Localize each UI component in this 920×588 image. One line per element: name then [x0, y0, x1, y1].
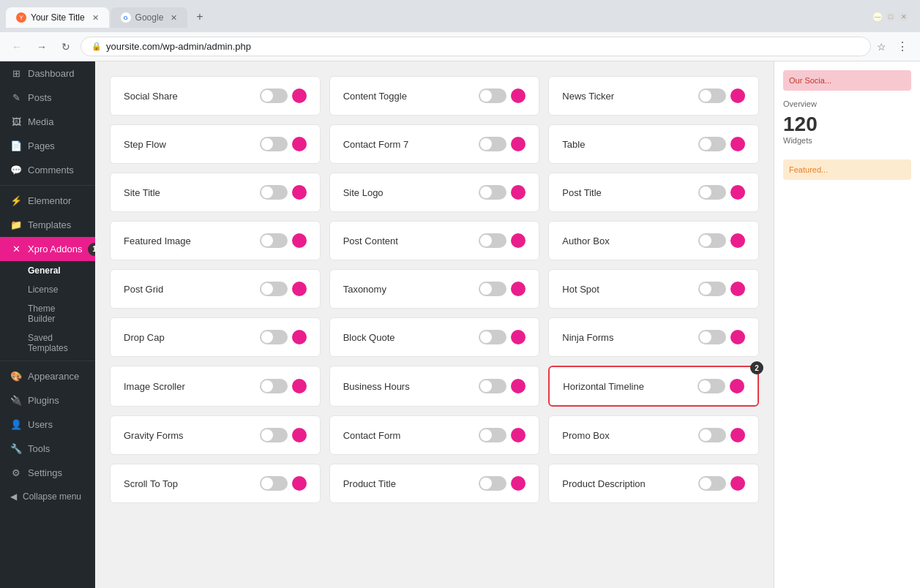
tab-site-close[interactable]: ✕ — [92, 13, 99, 23]
browser-maximize-btn[interactable]: □ — [886, 12, 895, 21]
toggle-drop-cap[interactable] — [260, 330, 288, 344]
toggle-wrap-promo-box — [698, 428, 745, 442]
sidebar-item-appearance[interactable]: 🎨 Appearance — [0, 364, 95, 388]
browser-minimize-btn[interactable]: — — [873, 12, 882, 21]
widget-name-scroll-to-top: Scroll To Top — [124, 478, 178, 489]
bookmark-button[interactable]: ☆ — [877, 41, 886, 53]
sidebar-item-tools[interactable]: 🔧 Tools — [0, 437, 95, 461]
widget-card-table: Table — [548, 124, 759, 164]
toggle-business-hours[interactable] — [479, 379, 506, 393]
widget-name-post-title: Post Title — [562, 187, 601, 198]
toggle-taxonomy[interactable] — [479, 282, 506, 296]
widget-name-content-toggle: Content Toggle — [343, 91, 407, 102]
toggle-contact-form[interactable] — [479, 428, 506, 442]
widget-name-drop-cap: Drop Cap — [124, 332, 165, 343]
sidebar-sub-license[interactable]: License — [9, 280, 95, 299]
widget-name-site-logo: Site Logo — [343, 187, 384, 198]
sidebar-item-pages[interactable]: 📄 Pages — [0, 134, 95, 158]
pages-icon: 📄 — [10, 140, 22, 151]
toggle-ninja-forms[interactable] — [698, 330, 726, 344]
annotation-marker-1: 1 — [88, 243, 95, 256]
toggle-hot-spot[interactable] — [698, 282, 726, 296]
toggle-news-ticker[interactable] — [698, 88, 726, 103]
new-tab-button[interactable]: + — [189, 6, 210, 28]
widget-name-post-grid: Post Grid — [124, 284, 163, 295]
tabs-bar: Y Your Site Title ✕ G Google ✕ + — [6, 6, 870, 28]
widget-card-hot-spot: Hot Spot — [548, 269, 759, 309]
lock-icon: 🔒 — [91, 42, 102, 51]
toggle-horizontal-timeline[interactable] — [698, 379, 725, 393]
sidebar-item-users[interactable]: 👤 Users — [0, 412, 95, 437]
toggle-contact-form-7[interactable] — [479, 137, 506, 151]
sidebar-item-media[interactable]: 🖼 Media — [0, 110, 95, 134]
toggle-image-scroller[interactable] — [260, 379, 288, 393]
sidebar-sub-theme-builder[interactable]: Theme Builder — [9, 299, 95, 328]
tab-google[interactable]: G Google ✕ — [111, 7, 188, 28]
browser-menu-button[interactable]: ⋮ — [892, 37, 913, 56]
toggle-product-description[interactable] — [698, 476, 726, 491]
toggle-wrap-author-box — [698, 233, 745, 248]
toggle-site-logo[interactable] — [479, 185, 506, 200]
sidebar-item-comments[interactable]: 💬 Comments — [0, 158, 95, 182]
toggle-author-box[interactable] — [698, 233, 726, 248]
toggle-dot-taxonomy — [511, 282, 526, 296]
toggle-gravity-forms[interactable] — [260, 428, 288, 442]
toggle-table[interactable] — [698, 137, 726, 151]
sidebar-item-xpro[interactable]: ✕ Xpro Addons 1 — [0, 237, 95, 261]
back-button[interactable]: ← — [7, 38, 26, 56]
annotation-marker-2: 2 — [750, 361, 763, 374]
toggle-dot-product-title — [511, 476, 526, 491]
sidebar-label-elementor: Elementor — [28, 195, 71, 206]
toggle-post-content[interactable] — [479, 233, 506, 248]
toggle-dot-gravity-forms — [292, 428, 307, 442]
widget-card-news-ticker: News Ticker — [548, 76, 759, 116]
widget-name-featured-image: Featured Image — [124, 235, 191, 246]
toggle-promo-box[interactable] — [698, 428, 726, 442]
toggle-dot-social-share — [292, 88, 307, 103]
sidebar-item-settings[interactable]: ⚙ Settings — [0, 461, 95, 485]
sidebar-item-plugins[interactable]: 🔌 Plugins — [0, 388, 95, 412]
toggle-block-quote[interactable] — [479, 330, 506, 344]
toggle-dot-post-title — [730, 185, 745, 200]
toggle-wrap-business-hours — [479, 379, 526, 393]
widget-name-contact-form: Contact Form — [343, 430, 401, 441]
sidebar-item-posts[interactable]: ✎ Posts — [0, 86, 95, 110]
widget-card-featured-image: Featured Image — [110, 221, 321, 260]
toggle-wrap-ninja-forms — [698, 330, 745, 344]
toggle-product-title[interactable] — [479, 476, 506, 491]
toggle-wrap-hot-spot — [698, 282, 745, 296]
toggle-step-flow[interactable] — [260, 137, 288, 151]
toggle-post-grid[interactable] — [260, 282, 288, 296]
tab-google-close[interactable]: ✕ — [171, 13, 177, 23]
toggle-wrap-table — [698, 137, 745, 151]
toggle-wrap-social-share — [260, 88, 307, 103]
collapse-menu-button[interactable]: ◀ Collapse menu — [0, 485, 95, 508]
main-content: Social ShareContent ToggleNews TickerSte… — [95, 61, 920, 588]
address-bar[interactable]: 🔒 yoursite.com/wp-admin/admin.php — [81, 37, 871, 56]
collapse-label: Collapse menu — [23, 491, 81, 502]
widget-card-scroll-to-top: Scroll To Top — [110, 464, 321, 503]
toggle-wrap-content-toggle — [479, 88, 526, 103]
toggle-site-title[interactable] — [260, 185, 288, 200]
sidebar-item-dashboard[interactable]: ⊞ Dashboard — [0, 61, 95, 86]
toggle-post-title[interactable] — [698, 185, 726, 200]
browser-close-btn[interactable]: ✕ — [900, 12, 908, 21]
toggle-social-share[interactable] — [260, 88, 288, 103]
forward-button[interactable]: → — [32, 38, 51, 56]
reload-button[interactable]: ↻ — [57, 38, 75, 56]
tab-site[interactable]: Y Your Site Title ✕ — [6, 7, 109, 28]
sidebar-item-templates[interactable]: 📁 Templates — [0, 213, 95, 237]
sidebar-sub-saved-templates[interactable]: Saved Templates — [9, 328, 95, 358]
sidebar-divider-1 — [0, 185, 95, 186]
templates-icon: 📁 — [10, 219, 22, 230]
toggle-wrap-taxonomy — [479, 282, 526, 296]
toggle-dot-block-quote — [511, 330, 526, 344]
toggle-dot-table — [730, 137, 745, 151]
toggle-content-toggle[interactable] — [479, 88, 506, 103]
sidebar-sub-general[interactable]: General — [9, 261, 95, 280]
toggle-scroll-to-top[interactable] — [260, 476, 288, 491]
widget-card-taxonomy: Taxonomy — [329, 269, 540, 309]
right-panel: Our Socia... Overview 120 Widgets Featur… — [774, 61, 920, 588]
toggle-featured-image[interactable] — [260, 233, 288, 248]
sidebar-item-elementor[interactable]: ⚡ Elementor — [0, 189, 95, 213]
